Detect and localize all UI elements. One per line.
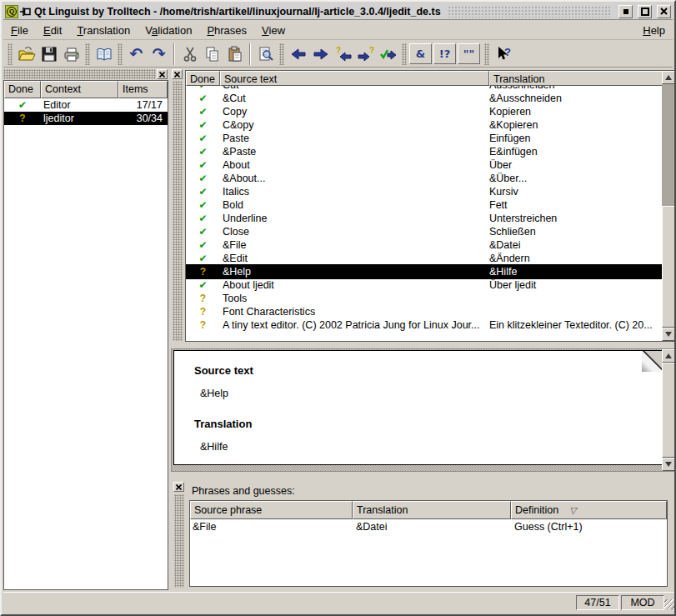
source-text-cell: A tiny text editor. (C) 2002 Patricia Ju… [220, 319, 489, 331]
message-row[interactable]: ✔ Bold Fett [186, 198, 662, 212]
message-row[interactable]: ✔ Copy Kopieren [186, 105, 662, 118]
source-text-cell: C&opy [220, 119, 489, 131]
splitter-top[interactable] [170, 342, 676, 348]
message-header-translation[interactable]: Translation [489, 71, 675, 86]
message-row[interactable]: ✔ &About... &Über... [186, 172, 662, 185]
maximize-button[interactable] [638, 5, 652, 18]
open-file-button[interactable] [15, 43, 38, 65]
message-row[interactable]: ✔ C&opy &Kopieren [186, 118, 662, 132]
toolbar-handle[interactable] [484, 43, 489, 65]
close-button[interactable] [657, 5, 671, 18]
context-dock-handle[interactable] [3, 69, 156, 79]
resize-grip[interactable] [664, 599, 674, 609]
titlebar[interactable]: Q Qt Linguist by Trolltech - /home/trish… [3, 3, 673, 20]
redo-icon: ↷ [153, 46, 166, 62]
message-row[interactable]: ? Tools [186, 292, 662, 305]
source-text-cell: Font Characteristics [220, 306, 489, 318]
toolbar-handle[interactable] [402, 43, 407, 65]
menu-edit[interactable]: Edit [36, 23, 69, 38]
toolbar-handle[interactable] [279, 43, 284, 65]
translation-input[interactable]: &Hilfe [200, 441, 228, 453]
source-text-label: Source text [194, 364, 253, 377]
message-row[interactable]: ✔ Close Schließen [186, 225, 662, 238]
scroll-down-button[interactable] [662, 328, 675, 341]
menu-help[interactable]: Help [635, 23, 673, 38]
editor-scrollbar[interactable] [662, 349, 675, 471]
scroll-down-button[interactable] [662, 458, 675, 471]
context-row[interactable]: ? ljeditor 30/34 [4, 112, 168, 125]
main-dock-close-button[interactable] [172, 69, 183, 79]
minimize-button[interactable] [618, 5, 633, 18]
cut-button[interactable] [178, 43, 201, 65]
source-text-cell: &Cut [220, 93, 489, 104]
message-row[interactable]: ✔ Underline Unterstreichen [186, 212, 662, 225]
done-and-next-button[interactable] [377, 43, 399, 65]
scrollbar-thumb[interactable] [662, 363, 675, 458]
toolbar-handle[interactable] [8, 43, 13, 65]
phrases-header-translation[interactable]: Translation [353, 501, 511, 519]
message-row[interactable]: ✔ Italics Kursiv [186, 185, 662, 198]
phrase-row[interactable]: &File &Datei Guess (Ctrl+1) [190, 519, 667, 534]
phrases-header-definition[interactable]: Definition▽ [511, 501, 667, 519]
next-button[interactable] [309, 43, 332, 65]
phrase-validation-toggle[interactable]: "" [458, 43, 480, 64]
close-icon [174, 72, 180, 78]
message-header-source[interactable]: Source text [220, 71, 489, 86]
context-header-items[interactable]: Items [118, 81, 168, 98]
toolbar-handle[interactable] [85, 43, 90, 65]
context-row[interactable]: ✔ Editor 17/17 [4, 98, 168, 112]
translation-cell: Fett [489, 199, 662, 211]
message-header-done[interactable]: Done [186, 71, 220, 86]
translation-cell: Kopieren [489, 106, 662, 118]
accelerator-validation-toggle[interactable]: & [409, 43, 432, 64]
message-row[interactable]: ✔ About ljedit Über ljedit [186, 278, 662, 292]
source-text-cell: Italics [220, 186, 489, 198]
copy-button[interactable] [201, 43, 223, 65]
message-list-scrollbar[interactable] [662, 71, 675, 341]
down-arrow-icon [665, 462, 672, 467]
menu-validation[interactable]: Validation [138, 23, 199, 38]
phrasebook-button[interactable] [93, 43, 115, 65]
find-button[interactable] [254, 43, 277, 65]
message-row[interactable]: ✔ &File &Datei [186, 238, 662, 252]
menu-phrases[interactable]: Phrases [199, 23, 254, 38]
whats-this-button[interactable]: ? [492, 43, 514, 65]
scroll-up-button[interactable] [662, 71, 675, 84]
punctuation-validation-toggle[interactable]: !? [433, 43, 456, 64]
menu-translation[interactable]: Translation [69, 23, 138, 38]
message-row[interactable]: ✔ &Edit &Ändern [186, 252, 662, 265]
redo-button[interactable]: ↷ [148, 43, 170, 65]
phrases-dock-handle[interactable] [174, 494, 184, 588]
done-state-icon: ✔ [186, 93, 220, 104]
context-list-header: Done Context Items [4, 81, 168, 98]
context-items-count: 30/34 [118, 113, 168, 124]
undo-button[interactable]: ↶ [125, 43, 148, 65]
message-row[interactable]: ✔ Cut Ausschneiden [186, 86, 662, 92]
phrase-source-cell: &File [190, 521, 353, 533]
menu-view[interactable]: View [254, 23, 293, 38]
scrollbar-thumb[interactable] [662, 206, 675, 328]
message-row[interactable]: ? Font Characteristics [186, 305, 662, 318]
phrases-dock-close-button[interactable] [173, 482, 184, 492]
context-header-done[interactable]: Done [4, 81, 41, 98]
save-file-button[interactable] [38, 43, 60, 65]
message-row[interactable]: ✔ About Über [186, 158, 662, 172]
phrases-header-source[interactable]: Source phrase [190, 501, 353, 519]
message-row[interactable]: ? A tiny text editor. (C) 2002 Patricia … [186, 318, 662, 332]
splitter-bottom[interactable] [170, 472, 676, 479]
menu-file[interactable]: File [3, 23, 36, 38]
prev-button[interactable] [287, 43, 309, 65]
message-row[interactable]: ✔ &Paste E&infügen [186, 145, 662, 158]
context-dock-close-button[interactable] [157, 69, 168, 79]
next-unfinished-button[interactable]: ? [354, 43, 377, 65]
main-dock-handle[interactable] [173, 81, 183, 341]
message-row[interactable]: ✔ &Cut &Ausschneiden [186, 92, 662, 105]
message-row[interactable]: ✔ Paste Einfügen [186, 132, 662, 145]
context-header-context[interactable]: Context [41, 81, 118, 98]
print-button[interactable] [60, 43, 83, 65]
message-row[interactable]: ? &Help &Hilfe [186, 265, 662, 278]
paste-button[interactable] [223, 43, 246, 65]
toolbar-handle[interactable] [118, 43, 123, 65]
scroll-up-button[interactable] [662, 349, 675, 363]
prev-unfinished-button[interactable]: ? [332, 43, 354, 65]
